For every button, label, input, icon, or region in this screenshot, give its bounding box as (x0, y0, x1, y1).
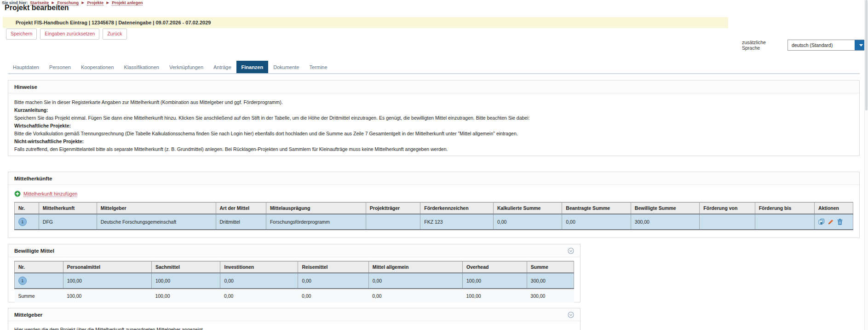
cell-summe: 300,00 (527, 273, 574, 289)
language-selected-value: deutsch (Standard) (788, 42, 855, 48)
hinweise-panel-body: Bitte machen Sie in dieser Registerkarte… (8, 93, 859, 152)
cell-projekttraeger (366, 214, 420, 230)
breadcrumb-link-projekte[interactable]: Projekte (87, 0, 103, 6)
col-header-foerderung-bis: Förderung bis (755, 203, 814, 214)
mittelherkuenfte-panel-title: Mittelherkünfte (14, 176, 52, 181)
row-number-cell: 1 (15, 273, 63, 289)
tab-antraege[interactable]: Anträge (208, 61, 236, 73)
cell-foerderung-von (700, 214, 755, 230)
col-header-kalkulierte-summe: Kalkulierte Summe (493, 203, 562, 214)
cell-bewilligte-summe: 300,00 (631, 214, 699, 230)
tab-kooperationen[interactable]: Kooperationen (76, 61, 119, 73)
hint-line-nicht-wirtschaftliche: Nicht-wirtschaftliche Projekte: (14, 139, 853, 145)
tab-bar: Hauptdaten Personen Kooperationen Klassi… (8, 61, 860, 74)
sum-summe: 300,00 (527, 289, 574, 303)
col-header-beantragte-summe: Beantragte Summe (562, 203, 631, 214)
funding-sources-table: Nr. Mittelherkunft Mittelgeber Art der M… (14, 202, 853, 230)
tab-termine[interactable]: Termine (304, 61, 332, 73)
mittelgeber-description: Hier werden die dem Projekt über die Mit… (14, 327, 204, 330)
cell-foerderkennzeichen: FKZ 123 (420, 214, 494, 230)
chevron-down-icon (859, 44, 863, 46)
mittelgeber-panel: Mittelgeber Hier werden die dem Projekt … (8, 308, 581, 330)
toolbar: Speichern Eingaben zurücksetzen Zurück (6, 29, 127, 40)
add-mittelherkunft-link[interactable]: Mittelherkunft hinzufügen (23, 191, 77, 197)
collapse-icon[interactable] (568, 312, 574, 318)
page-title: Projekt bearbeiten (5, 4, 69, 12)
cell-mittelgeber: Deutsche Forschungsgemeinschaft (97, 214, 216, 230)
col-header-nr: Nr. (15, 261, 63, 273)
cell-kalkulierte-summe: 0,00 (493, 214, 562, 230)
cell-overhead: 100,00 (462, 273, 527, 289)
hint-line: Bitte die Vorkalkulation gemäß Trennungs… (14, 131, 853, 137)
edit-pencil-icon[interactable] (828, 219, 834, 225)
language-select[interactable]: deutsch (Standard) (788, 40, 868, 51)
copy-icon[interactable] (818, 219, 825, 225)
tab-dokumente[interactable]: Dokumente (268, 61, 304, 73)
save-button[interactable]: Speichern (6, 29, 37, 40)
breadcrumb-separator-icon: ▶ (82, 1, 84, 4)
sum-reisemittel: 0,00 (298, 289, 368, 303)
cell-mittelauspraegung: Forschungsförderprogramm (266, 214, 366, 230)
tab-verknuepfungen[interactable]: Verknüpfungen (164, 61, 208, 73)
cell-art-der-mittel: Drittmittel (216, 214, 266, 230)
project-edit-page: Sie sind hier: Startseite ▶ Forschung ▶ … (0, 0, 868, 330)
granted-table-header-row: Nr. Personalmittel Sachmittel Investitio… (15, 261, 574, 273)
bewilligte-mittel-panel: Bewilligte Mittel Nr. Personalmittel Sac… (8, 244, 581, 302)
add-plus-icon (14, 191, 21, 197)
sum-personalmittel: 100,00 (63, 289, 151, 303)
tab-hauptdaten[interactable]: Hauptdaten (8, 61, 44, 73)
hinweise-panel-title: Hinweise (14, 84, 37, 90)
mittelgeber-panel-body: Hier werden die dem Projekt über die Mit… (8, 321, 580, 330)
granted-funds-table: Nr. Personalmittel Sachmittel Investitio… (14, 261, 574, 303)
hint-line: Falls zutreffend, den Eigenmittelanteil … (14, 147, 853, 152)
cell-investitionen: 0,00 (220, 273, 298, 289)
tab-finanzen[interactable]: Finanzen (236, 61, 269, 73)
cell-beantragte-summe: 0,00 (562, 214, 631, 230)
hint-line-wirtschaftliche: Wirtschaftliche Projekte: (14, 123, 853, 129)
cell-sachmittel: 100,00 (151, 273, 220, 289)
cell-reisemittel: 0,00 (298, 273, 368, 289)
cell-mittel-allgemein: 0,00 (368, 273, 462, 289)
col-header-personalmittel: Personalmittel (63, 261, 151, 273)
col-header-reisemittel: Reisemittel (298, 261, 368, 273)
delete-trash-icon[interactable] (837, 219, 843, 225)
language-row: zusätzliche Sprache deutsch (Standard) (742, 40, 868, 51)
hinweise-panel-header: Hinweise (8, 81, 859, 93)
breadcrumb-link-projekt-anlegen[interactable]: Projekt anlegen (112, 0, 143, 6)
col-header-mittelauspraegung: Mittelausprägung (266, 203, 366, 214)
bewilligte-mittel-panel-body: Nr. Personalmittel Sachmittel Investitio… (8, 257, 580, 303)
scrollbar-thumb[interactable] (865, 0, 868, 110)
col-header-investitionen: Investitionen (220, 261, 298, 273)
mittelherkuenfte-panel: Mittelherkünfte Mittelherkunft hinzufüge… (8, 172, 860, 238)
col-header-foerderung-von: Förderung von (700, 203, 755, 214)
col-header-aktionen: Aktionen (815, 203, 853, 214)
status-banner: Projekt FIS-Handbuch Eintrag | 12345678 … (3, 17, 728, 28)
sum-label: Summe (15, 289, 63, 303)
collapse-icon[interactable] (568, 248, 574, 254)
sum-overhead: 100,00 (462, 289, 527, 303)
tab-klassifikationen[interactable]: Klassifikationen (119, 61, 164, 73)
cell-foerderung-bis (755, 214, 814, 230)
col-header-sachmittel: Sachmittel (151, 261, 220, 273)
mittelherkuenfte-panel-body: Mittelherkunft hinzufügen Nr. Mittelherk… (8, 185, 859, 234)
language-label: zusätzliche Sprache (742, 40, 784, 51)
cell-aktionen (815, 214, 853, 230)
funding-table-header-row: Nr. Mittelherkunft Mittelgeber Art der M… (15, 203, 853, 214)
cell-mittelherkunft: DFG (39, 214, 97, 230)
hint-line: Bitte machen Sie in dieser Registerkarte… (14, 100, 853, 105)
sum-mittel-allgemein: 0,00 (368, 289, 462, 303)
back-button[interactable]: Zurück (103, 29, 126, 40)
row-number-cell: 1 (15, 214, 39, 230)
reset-button[interactable]: Eingaben zurücksetzen (40, 29, 99, 40)
funding-table-row: 1 DFG Deutsche Forschungsgemeinschaft Dr… (15, 214, 853, 230)
granted-table-sum-row: Summe 100,00 100,00 0,00 0,00 0,00 100,0… (15, 289, 574, 303)
breadcrumb-separator-icon: ▶ (106, 1, 109, 4)
bewilligte-mittel-panel-title: Bewilligte Mittel (14, 248, 54, 254)
hinweise-panel: Hinweise Bitte machen Sie in dieser Regi… (8, 80, 860, 156)
row-number-badge: 1 (18, 277, 27, 285)
add-mittelherkunft-row: Mittelherkunft hinzufügen (14, 191, 853, 197)
bewilligte-mittel-panel-header: Bewilligte Mittel (8, 244, 580, 257)
mittelgeber-panel-header: Mittelgeber (8, 308, 580, 321)
col-header-mittelgeber: Mittelgeber (97, 203, 216, 214)
tab-personen[interactable]: Personen (44, 61, 76, 73)
